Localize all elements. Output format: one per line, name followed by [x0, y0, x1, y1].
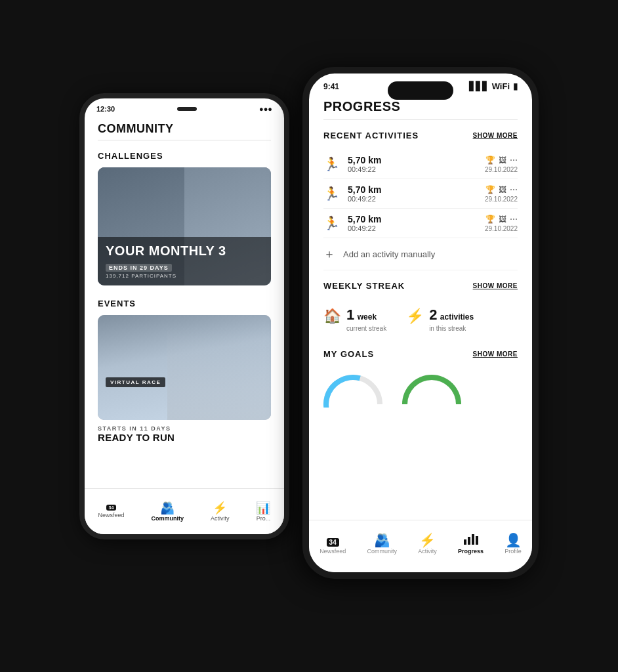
phones-container: 12:30 ●●● COMMUNITY CHALLENGES YOUR MONT… — [79, 67, 539, 605]
activity-actions-1: 🏆 🖼 ⋯ — [485, 156, 518, 165]
back-status-bar: 12:30 ●●● — [85, 98, 284, 116]
front-nav-profile[interactable]: 👤 Profile — [505, 534, 522, 555]
activities-unit: activities — [440, 312, 474, 322]
photo-icon-1[interactable]: 🖼 — [499, 156, 506, 165]
front-nav-activity-label: Activity — [418, 548, 437, 555]
front-bottom-nav: 34 Newsfeed 🫂 Community ⚡ Activity — [309, 520, 532, 572]
activity-icon: ⚡ — [213, 502, 227, 514]
challenge-participants: 139,712 PARTICIPANTS — [106, 273, 263, 279]
newsfeed-badge: 34 — [106, 505, 117, 511]
front-phone: 9:41 ▋▋▋ WiFi ▮ PROGRESS RECENT ACTIVITI… — [302, 67, 539, 579]
front-activity-icon: ⚡ — [419, 534, 436, 547]
goal-fill-green — [402, 375, 461, 408]
activity-info-2: 5,70 km 00:49:22 — [348, 184, 381, 203]
svg-rect-1 — [468, 537, 470, 545]
back-time: 12:30 — [96, 105, 115, 113]
challenge-title: YOUR MONTHLY 3 — [106, 243, 263, 259]
front-nav-progress[interactable]: Progress — [458, 533, 484, 555]
front-nav-activity[interactable]: ⚡ Activity — [418, 534, 437, 555]
activity-right-3: 🏆 🖼 ⋯ 29.10.2022 — [485, 215, 518, 232]
activities-value: 2 — [429, 306, 437, 323]
photo-icon-3[interactable]: 🖼 — [499, 215, 506, 224]
status-icons: ▋▋▋ WiFi ▮ — [469, 81, 518, 91]
more-icon-2[interactable]: ⋯ — [510, 185, 518, 194]
back-nav-activity-label: Activity — [211, 515, 230, 522]
activity-row-3[interactable]: 🏃 5,70 km 00:49:22 🏆 🖼 ⋯ 29.10.2022 — [323, 209, 518, 238]
front-phone-content: PROGRESS RECENT ACTIVITIES SHOW MORE 🏃 5… — [309, 94, 532, 501]
back-nav-newsfeed[interactable]: 34 Newsfeed — [98, 505, 124, 518]
recent-activities-header: RECENT ACTIVITIES SHOW MORE — [323, 131, 518, 140]
svg-rect-0 — [464, 539, 466, 545]
add-activity-row[interactable]: ＋ Add an activity manually — [323, 238, 518, 270]
back-page-title: COMMUNITY — [98, 116, 271, 140]
event-figure — [98, 315, 271, 420]
goals-label: MY GOALS — [323, 349, 374, 359]
progress-icon: 📊 — [256, 502, 270, 514]
goal-semicircle-green — [402, 375, 461, 408]
front-nav-profile-label: Profile — [505, 548, 522, 555]
recent-activities-label: RECENT ACTIVITIES — [323, 131, 419, 140]
activity-date-2: 29.10.2022 — [485, 196, 518, 203]
back-notch — [177, 107, 197, 111]
streak-items: 🏠 1 week current streak ⚡ — [323, 300, 518, 339]
streak-header: WEEKLY STREAK SHOW MORE — [323, 281, 518, 291]
back-nav-progress[interactable]: 📊 Pro... — [256, 502, 270, 522]
more-icon-3[interactable]: ⋯ — [510, 215, 518, 224]
goal-semicircle-blue — [323, 375, 382, 408]
activity-row-1[interactable]: 🏃 5,70 km 00:49:22 🏆 🖼 ⋯ 29.10.2022 — [323, 150, 518, 179]
share-icon-1[interactable]: 🏆 — [485, 156, 495, 165]
back-bottom-nav: 34 Newsfeed 🫂 Community ⚡ Activity 📊 Pro… — [85, 488, 284, 534]
activity-info-1: 5,70 km 00:49:22 — [348, 155, 381, 173]
share-icon-3[interactable]: 🏆 — [485, 215, 495, 224]
battery-icon: ▮ — [513, 81, 518, 91]
front-nav-newsfeed-label: Newsfeed — [319, 548, 346, 555]
activity-left-1: 🏃 5,70 km 00:49:22 — [323, 155, 381, 173]
virtual-race-badge: VIRTUAL RACE — [106, 377, 165, 387]
back-nav-community[interactable]: 🫂 Community — [152, 502, 184, 522]
recent-activities-show-more[interactable]: SHOW MORE — [473, 132, 518, 139]
streak-value: 1 — [346, 306, 354, 323]
svg-rect-2 — [472, 534, 474, 545]
goal-chart-blue — [323, 375, 382, 408]
more-icon-1[interactable]: ⋯ — [510, 156, 518, 165]
back-nav-activity[interactable]: ⚡ Activity — [211, 502, 230, 522]
streak-desc: current streak — [346, 325, 386, 332]
activity-right-1: 🏆 🖼 ⋯ 29.10.2022 — [485, 156, 518, 173]
events-section: EVENTS VIRTUAL RACE STARTS IN 11 DAYS RE… — [98, 299, 271, 443]
streak-show-more[interactable]: SHOW MORE — [473, 282, 518, 289]
activity-actions-2: 🏆 🖼 ⋯ — [485, 185, 518, 194]
front-nav-community[interactable]: 🫂 Community — [367, 534, 397, 555]
streak-label: WEEKLY STREAK — [323, 281, 405, 291]
back-phone: 12:30 ●●● COMMUNITY CHALLENGES YOUR MONT… — [79, 93, 289, 539]
activity-distance-1: 5,70 km — [348, 155, 381, 165]
run-icon-2: 🏃 — [323, 186, 340, 201]
challenge-ends: ENDS IN 29 DAYS — [106, 264, 172, 272]
events-label: EVENTS — [98, 299, 271, 308]
activity-duration-3: 00:49:22 — [348, 224, 381, 232]
add-icon: ＋ — [323, 246, 335, 262]
challenge-card[interactable]: YOUR MONTHLY 3 ENDS IN 29 DAYS 139,712 P… — [98, 167, 271, 285]
streak-current-info: 1 week current streak — [346, 306, 386, 332]
photo-icon-2[interactable]: 🖼 — [499, 185, 506, 194]
front-time: 9:41 — [323, 82, 339, 91]
event-card[interactable]: VIRTUAL RACE — [98, 315, 271, 420]
goals-charts — [323, 368, 518, 414]
streak-unit: week — [358, 312, 377, 322]
activity-info-3: 5,70 km 00:49:22 — [348, 214, 381, 232]
activity-distance-2: 5,70 km — [348, 184, 381, 195]
community-icon: 🫂 — [160, 502, 175, 514]
streak-current: 🏠 1 week current streak — [323, 306, 386, 332]
weekly-streak-section: WEEKLY STREAK SHOW MORE 🏠 1 week current… — [323, 281, 518, 339]
share-icon-2[interactable]: 🏆 — [485, 185, 495, 194]
activity-date-3: 29.10.2022 — [485, 225, 518, 232]
activity-row-2[interactable]: 🏃 5,70 km 00:49:22 🏆 🖼 ⋯ 29.10.2022 — [323, 179, 518, 209]
signal-bars-icon: ▋▋▋ — [469, 81, 489, 91]
front-nav-community-label: Community — [367, 548, 397, 555]
goals-show-more[interactable]: SHOW MORE — [473, 350, 518, 358]
dynamic-island — [388, 81, 453, 100]
event-name: READY TO RUN — [98, 432, 271, 443]
back-signal: ●●● — [259, 105, 272, 113]
front-nav-newsfeed[interactable]: 34 Newsfeed — [319, 534, 346, 555]
front-nav-progress-label: Progress — [458, 548, 484, 555]
activity-duration-1: 00:49:22 — [348, 165, 381, 173]
